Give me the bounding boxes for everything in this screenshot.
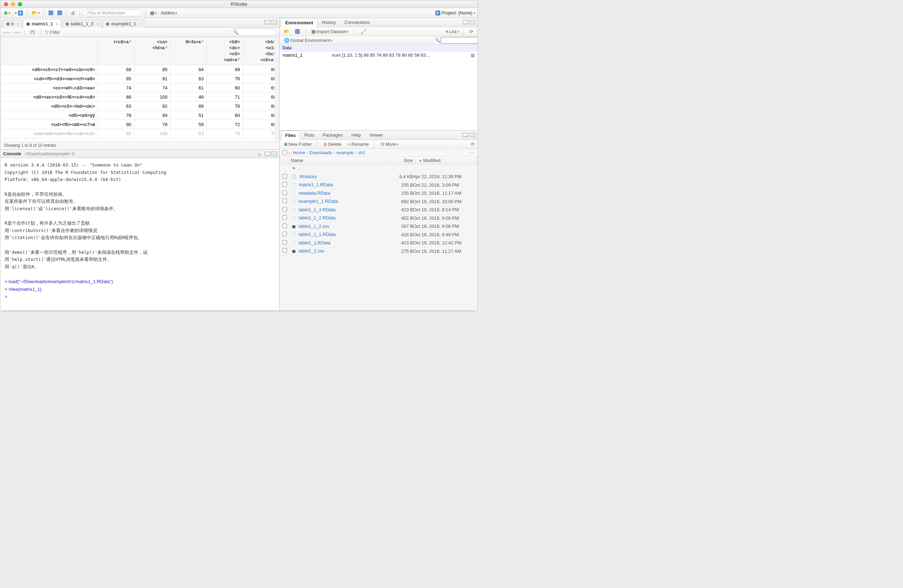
file-name[interactable]: table1_1.csv [299,248,324,253]
delete-button[interactable]: ⊘ Delete [322,141,343,148]
vertical-scrollbar[interactable] [274,37,279,141]
print-button[interactable]: 🖨 [69,9,77,16]
more-button[interactable]: ⚙ More ▾ [379,141,400,148]
tab-viewer[interactable]: Viewer [365,130,387,140]
tab-files[interactable]: Files [281,130,300,140]
file-name[interactable]: table1_1_2.RData [299,215,336,220]
zoom-window-button[interactable] [18,2,22,6]
col-size[interactable]: Size [385,157,416,164]
file-checkbox[interactable] [282,223,287,228]
file-checkbox[interactable] [282,248,287,253]
new-project-button[interactable]: +R [13,9,24,16]
view-data-icon[interactable]: ▦ [470,52,475,58]
file-name[interactable]: example1_1.RData [299,198,338,204]
table-row[interactable]: <d5><d4>ÿÿ7884516060 [1,110,279,120]
env-search-input[interactable]: 🔍 [433,36,475,45]
select-all-checkbox[interactable] [282,150,287,155]
maximize-pane-button[interactable]: □ [470,133,475,137]
table-row[interactable]: <cd><f5><d3><ee><cf><e8>8591637666 [1,74,279,83]
file-row[interactable]: 📄example1_1.RData692 BOct 19, 2016, 10:0… [280,198,478,206]
env-variable-row[interactable]: matrix1_1 num [1:10, 1:5] 68 85 74 88 63… [280,52,478,59]
file-row[interactable]: 📄table1_1_1.RData416 BOct 19, 2016, 8:49… [280,231,478,239]
file-name[interactable]: matrix1_1.RData [299,182,333,187]
up-folder-row[interactable]: ⬑.. [280,164,478,173]
data-search-input[interactable]: 🔍 [231,28,277,36]
close-tab-icon[interactable]: × [96,22,98,26]
refresh-files-button[interactable]: ⟳ [471,141,475,147]
file-name[interactable]: .Rhistory [299,174,316,179]
load-workspace-button[interactable]: 📂 [282,28,291,35]
close-tab-icon[interactable]: × [139,22,141,26]
file-checkbox[interactable] [282,182,287,187]
table-row[interactable]: <d5><c5>·<bd><dc>6382897880 [1,101,279,110]
file-row[interactable]: 📄table1_1_2.RData402 BOct 19, 2016, 9:09… [280,214,478,223]
tab-plots[interactable]: Plots [300,130,319,140]
file-name[interactable]: table1_1_2.csv [299,223,329,229]
file-row[interactable]: 📄newdata.RData155 BOct 20, 2016, 11:17 A… [280,189,478,198]
grid-button[interactable]: ▦▾ [149,9,158,16]
file-checkbox[interactable] [282,198,287,203]
save-all-button[interactable] [56,10,63,16]
table-row[interactable]: <d0><ec><c0><f6><c4><c8>88100497166 [1,92,279,101]
close-tab-icon[interactable]: × [56,22,58,26]
column-header[interactable]: Ѳ<fa>ᴀ◆ [170,37,207,65]
column-header[interactable]: τ<c6>ᴀ◆ [98,37,134,65]
console-popout-icon[interactable]: ⎘ [72,151,75,156]
new-folder-button[interactable]: ⊕ New Folder [282,141,313,148]
data-grid[interactable]: τ<c6>ᴀ◆<ca><fd>ᴀ◆Ѳ<fa>ᴀ◆<b9><dc><c0><ed>… [0,37,279,141]
addins-menu[interactable]: Addins ▾ [159,9,179,16]
crumb-home[interactable]: Home [293,150,305,155]
save-workspace-button[interactable] [294,28,301,35]
goto-file-input[interactable]: ↗ Go to file/function [83,9,143,16]
console-body[interactable]: R version 3.4.4 (2018-03-15) -- "Someone… [0,158,279,311]
column-header[interactable]: <b9><dc><c0><ed>ᴀ◆ [207,37,243,65]
tab-connections[interactable]: Connections [340,17,374,27]
close-tab-icon[interactable]: × [17,22,19,26]
file-row[interactable]: 🕘.Rhistory9.4 KBApr 22, 2018, 11:39 PM [280,173,478,181]
maximize-pane-button[interactable]: □ [470,20,475,24]
forward-button[interactable]: ⟹ [13,30,20,35]
file-checkbox[interactable] [282,215,287,220]
file-checkbox[interactable] [282,207,287,212]
title-bar[interactable]: RStudio [0,0,478,8]
file-checkbox[interactable] [282,232,287,236]
tab-matrix1-1[interactable]: ▦matrix1_1× [23,19,61,28]
file-name[interactable]: newdata.RData [299,190,330,196]
file-row[interactable]: 📄table1_1.RData423 BOct 19, 2016, 12:42 … [280,239,478,247]
table-row[interactable]: <cd><f5><d6><c7>ǿ9078597266 [1,120,279,129]
minimize-pane-button[interactable]: _ [463,20,469,24]
file-checkbox[interactable] [282,174,287,179]
tab-packages[interactable]: Packages [319,130,347,140]
table-row[interactable]: <cc><ef>,<d3><ea>7474618069 [1,83,279,92]
close-window-button[interactable] [4,2,8,6]
path-more-button[interactable]: ⋯ [470,150,475,155]
crumb-ch1[interactable]: ch1 [358,150,366,155]
minimize-pane-button[interactable]: _ [264,152,270,156]
clear-workspace-button[interactable]: 🧹 [359,28,368,35]
save-button[interactable] [47,10,55,16]
column-header[interactable]: <ca><fd>ᴀ◆ [134,37,170,65]
table-row[interactable]: <cb><c0><c0><f6><c6><c3>80100537370 [1,129,279,138]
env-view-mode-button[interactable]: ≡ List ▾ [445,29,459,34]
project-menu[interactable]: R Project: (None) ▾ [435,10,475,16]
tab-table1-1-3[interactable]: ▦table1_1_3× [62,19,102,28]
file-checkbox[interactable] [282,190,287,195]
rename-button[interactable]: ↪ Rename [346,141,370,148]
maximize-pane-button[interactable]: □ [272,152,277,156]
maximize-pane-button[interactable]: □ [272,20,277,24]
tab-history[interactable]: History [317,17,340,27]
tab-help[interactable]: Help [347,130,365,140]
column-header[interactable]: <bb><e1><bc><c6>ᴀ◆ [243,37,279,65]
table-row[interactable]: <d5><c5><c7><e0><cb><c9>6885848986 [1,65,279,74]
file-name[interactable]: table1_1.RData [299,240,330,245]
crumb-example[interactable]: example [336,150,354,155]
import-dataset-button[interactable]: ▦ Import Dataset ▾ [310,28,350,35]
clear-console-button[interactable]: ✎ [256,152,263,159]
file-row[interactable]: 📄matrix1_1.RData335 BOct 22, 2016, 3:09 … [280,181,478,189]
file-name[interactable]: table1_1_1.RData [299,232,336,237]
crumb-downloads[interactable]: Downloads [310,150,332,155]
file-row[interactable]: ▦table1_1_2.csv267 BOct 19, 2016, 9:08 P… [280,223,478,231]
tab-environment[interactable]: Environment [281,18,317,27]
minimize-window-button[interactable] [11,2,15,6]
back-button[interactable]: ⟸ [3,30,10,35]
